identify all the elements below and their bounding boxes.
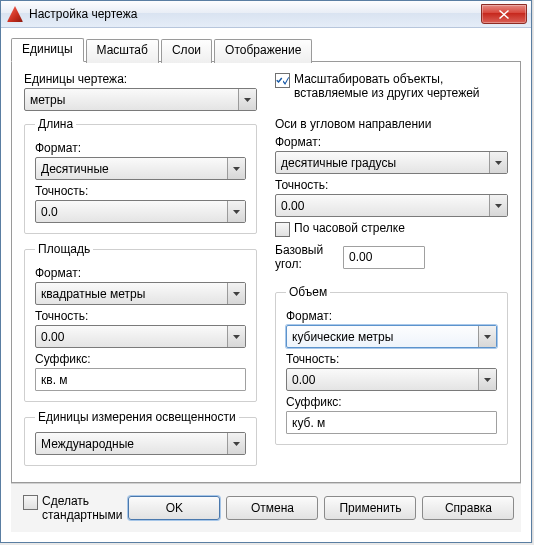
checkbox-box [275, 73, 290, 88]
window-title: Настройка чертежа [29, 7, 481, 21]
group-lighting-legend: Единицы измерения освещенности [35, 410, 239, 424]
tab-layers[interactable]: Слои [161, 39, 212, 63]
group-lighting: Единицы измерения освещенности Междунаро… [24, 410, 257, 466]
lighting-value: Международные [41, 437, 227, 451]
titlebar[interactable]: Настройка чертежа [1, 1, 531, 28]
checkbox-box [275, 222, 290, 237]
chevron-down-icon [478, 369, 496, 390]
length-precision-combo[interactable]: 0.0 [35, 200, 246, 223]
angular-precision-value: 0.00 [281, 199, 489, 213]
area-suffix-label: Суффикс: [35, 352, 246, 366]
length-precision-value: 0.0 [41, 205, 227, 219]
scale-objects-label: Масштабировать объекты, вставляемые из д… [294, 72, 508, 100]
area-format-value: квадратные метры [41, 287, 227, 301]
area-suffix-value: кв. м [41, 373, 68, 387]
length-precision-label: Точность: [35, 184, 246, 198]
close-icon [499, 10, 509, 19]
volume-suffix-input[interactable]: куб. м [286, 411, 497, 434]
angular-heading: Оси в угловом направлении [275, 117, 508, 131]
drawing-units-combo[interactable]: метры [24, 88, 257, 111]
area-format-label: Формат: [35, 266, 246, 280]
area-precision-value: 0.00 [41, 330, 227, 344]
base-angle-input[interactable]: 0.00 [343, 246, 425, 269]
ok-button[interactable]: OK [128, 496, 220, 520]
tab-units[interactable]: Единицы [11, 38, 84, 62]
tab-display[interactable]: Отображение [214, 39, 312, 63]
group-area-legend: Площадь [35, 242, 93, 256]
chevron-down-icon [227, 201, 245, 222]
volume-suffix-label: Суффикс: [286, 395, 497, 409]
chevron-down-icon [238, 89, 256, 110]
scale-objects-checkbox[interactable]: Масштабировать объекты, вставляемые из д… [275, 72, 508, 100]
chevron-down-icon [489, 195, 507, 216]
group-volume-legend: Объем [286, 285, 330, 299]
angular-precision-label: Точность: [275, 178, 508, 192]
cancel-button[interactable]: Отмена [226, 496, 318, 520]
angular-format-label: Формат: [275, 135, 508, 149]
base-angle-label: Базовый угол: [275, 243, 335, 271]
make-default-label: Сделать стандартными [42, 494, 122, 522]
volume-format-value: кубические метры [292, 330, 478, 344]
volume-format-combo[interactable]: кубические метры [286, 325, 497, 348]
volume-precision-combo[interactable]: 0.00 [286, 368, 497, 391]
tab-page-units: Единицы чертежа: метры Масштабировать об… [11, 61, 521, 483]
volume-precision-label: Точность: [286, 352, 497, 366]
chevron-down-icon [227, 433, 245, 454]
app-icon [7, 6, 23, 22]
clockwise-checkbox[interactable]: По часовой стрелке [275, 221, 508, 237]
group-area: Площадь Формат: квадратные метры Точност… [24, 242, 257, 402]
chevron-down-icon [227, 283, 245, 304]
area-precision-label: Точность: [35, 309, 246, 323]
tab-scale[interactable]: Масштаб [86, 39, 159, 63]
drawing-units-label: Единицы чертежа: [24, 72, 127, 86]
tab-row: Единицы Масштаб Слои Отображение [11, 38, 521, 62]
client-area: Единицы Масштаб Слои Отображение Единицы… [1, 28, 531, 542]
checkbox-box [23, 495, 38, 510]
lighting-combo[interactable]: Международные [35, 432, 246, 455]
group-length-legend: Длина [35, 117, 76, 131]
area-precision-combo[interactable]: 0.00 [35, 325, 246, 348]
length-format-value: Десятичные [41, 162, 227, 176]
dialog-window: Настройка чертежа Единицы Масштаб Слои О… [0, 0, 532, 543]
volume-precision-value: 0.00 [292, 373, 478, 387]
volume-format-label: Формат: [286, 309, 497, 323]
drawing-units-value: метры [30, 93, 238, 107]
volume-suffix-value: куб. м [292, 416, 325, 430]
chevron-down-icon [478, 326, 496, 347]
length-format-label: Формат: [35, 141, 246, 155]
chevron-down-icon [489, 152, 507, 173]
make-default-checkbox[interactable]: Сделать стандартными [23, 494, 122, 522]
chevron-down-icon [227, 326, 245, 347]
angular-format-value: десятичные градусы [281, 156, 489, 170]
length-format-combo[interactable]: Десятичные [35, 157, 246, 180]
base-angle-value: 0.00 [349, 250, 372, 264]
area-format-combo[interactable]: квадратные метры [35, 282, 246, 305]
angular-format-combo[interactable]: десятичные градусы [275, 151, 508, 174]
group-volume: Объем Формат: кубические метры Точность: [275, 285, 508, 445]
area-suffix-input[interactable]: кв. м [35, 368, 246, 391]
help-button[interactable]: Справка [422, 496, 514, 520]
close-button[interactable] [481, 4, 527, 24]
chevron-down-icon [227, 158, 245, 179]
apply-button[interactable]: Применить [324, 496, 416, 520]
clockwise-label: По часовой стрелке [294, 221, 405, 235]
group-length: Длина Формат: Десятичные Точность: 0.0 [24, 117, 257, 234]
dialog-footer: Сделать стандартными OK Отмена Применить… [11, 483, 521, 532]
angular-precision-combo[interactable]: 0.00 [275, 194, 508, 217]
